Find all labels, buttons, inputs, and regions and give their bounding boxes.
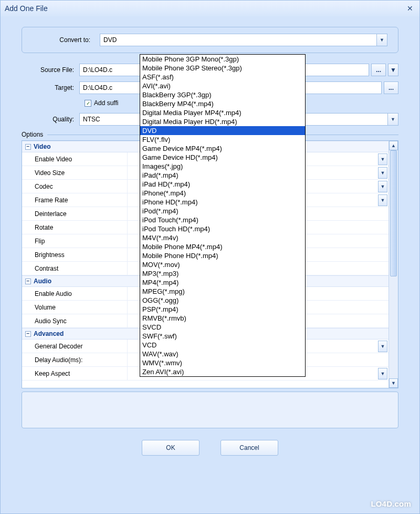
collapse-icon[interactable]: − — [25, 279, 31, 284]
dropdown-option[interactable]: WMV(*.wmv) — [140, 358, 305, 367]
property-name: Codec — [22, 183, 127, 190]
watermark: LO4D.com — [371, 499, 411, 508]
property-name: Audio Sync — [22, 317, 127, 325]
dropdown-option[interactable]: ASF(*.asf) — [140, 73, 305, 81]
dropdown-option[interactable]: VCD — [140, 341, 305, 349]
source-dropdown-button[interactable]: ▼ — [388, 64, 398, 76]
property-name: Frame Rate — [22, 197, 127, 204]
convert-frame: Convert to: DVD ▼ — [22, 27, 398, 53]
chevron-down-icon[interactable]: ▼ — [378, 181, 387, 192]
dropdown-option[interactable]: SVCD — [140, 323, 305, 332]
collapse-icon[interactable]: − — [25, 144, 31, 150]
dropdown-option[interactable]: MP3(*.mp3) — [140, 269, 305, 278]
category-label: Audio — [34, 277, 51, 285]
dropdown-option[interactable]: MP4(*.mp4) — [140, 278, 305, 287]
property-name: Keep Aspect — [22, 370, 127, 377]
dropdown-option[interactable]: Digital Media Player HD(*.mp4) — [140, 117, 305, 126]
target-browse-button[interactable]: ... — [384, 81, 398, 94]
convert-to-value: DVD — [100, 36, 376, 44]
dropdown-option[interactable]: Mobile Phone 3GP Mono(*.3gp) — [140, 55, 305, 64]
dropdown-option[interactable]: MPEG(*.mpg) — [140, 287, 305, 296]
options-label: Options — [22, 131, 43, 138]
titlebar: Add One File ✕ — [1, 1, 419, 16]
dropdown-option[interactable]: MOV(*.mov) — [140, 260, 305, 269]
property-name: Volume — [22, 304, 127, 311]
chevron-down-icon[interactable]: ▼ — [378, 153, 387, 165]
category-label: Advanced — [34, 330, 64, 337]
dropdown-option[interactable]: Mobile Phone 3GP Stereo(*.3gp) — [140, 64, 305, 73]
chevron-down-icon[interactable]: ▼ — [378, 167, 387, 179]
dropdown-option[interactable]: Digital Media Player MP4(*.mp4) — [140, 108, 305, 117]
dropdown-option[interactable]: iPod Touch HD(*.mp4) — [140, 224, 305, 233]
dropdown-option[interactable]: AVI(*.avi) — [140, 81, 305, 90]
description-panel — [22, 392, 398, 428]
property-name: Brightness — [22, 251, 127, 259]
dropdown-option[interactable]: Game Device HD(*.mp4) — [140, 153, 305, 162]
dropdown-option[interactable]: Zen AVI(*.avi) — [140, 367, 305, 376]
cancel-button[interactable]: Cancel — [220, 440, 278, 456]
chevron-down-icon[interactable]: ▼ — [378, 194, 387, 206]
dropdown-option[interactable]: WAV(*.wav) — [140, 349, 305, 358]
property-name: General Decoder — [22, 343, 127, 350]
quality-label: Quality: — [22, 116, 79, 123]
dropdown-option[interactable]: Game Device MP4(*.mp4) — [140, 144, 305, 153]
dropdown-option[interactable]: BlackBerry MP4(*.mp4) — [140, 99, 305, 108]
dropdown-option[interactable]: iPod(*.mp4) — [140, 207, 305, 215]
dropdown-option[interactable]: OGG(*.ogg) — [140, 296, 305, 305]
dialog-window: Add One File ✕ Convert to: DVD ▼ Source … — [0, 0, 420, 514]
convert-to-dropdown-list[interactable]: Mobile Phone 3GP Mono(*.3gp)Mobile Phone… — [140, 54, 306, 377]
dropdown-option[interactable]: DVD — [140, 126, 305, 135]
property-name: Contrast — [22, 265, 127, 272]
dropdown-option[interactable]: BlackBerry 3GP(*.3gp) — [140, 90, 305, 99]
dropdown-option[interactable]: PSP(*.mp4) — [140, 305, 305, 314]
property-name: Rotate — [22, 224, 127, 231]
convert-to-label: Convert to: — [33, 36, 90, 44]
button-row: OK Cancel — [22, 440, 398, 456]
chevron-down-icon[interactable]: ▼ — [387, 114, 398, 125]
source-browse-button[interactable]: ... — [371, 64, 386, 76]
property-name: Deinterlace — [22, 210, 127, 218]
dropdown-option[interactable]: SWF(*.swf) — [140, 332, 305, 341]
chevron-down-icon[interactable]: ▼ — [378, 341, 387, 352]
property-name: Video Size — [22, 169, 127, 177]
scroll-up-icon[interactable]: ▲ — [389, 141, 398, 150]
dropdown-option[interactable]: iPhone(*.mp4) — [140, 189, 305, 198]
dropdown-option[interactable]: iPad(*.mp4) — [140, 171, 305, 180]
target-label: Target: — [22, 84, 79, 91]
source-file-label: Source File: — [22, 66, 79, 74]
ok-label: OK — [166, 444, 175, 451]
suffix-checkbox[interactable]: ✓ — [85, 100, 91, 107]
dropdown-option[interactable]: iPod Touch(*.mp4) — [140, 215, 305, 224]
scroll-down-icon[interactable]: ▼ — [389, 378, 398, 388]
category-label: Video — [34, 143, 50, 150]
ok-button[interactable]: OK — [142, 440, 200, 456]
close-icon[interactable]: ✕ — [405, 4, 415, 13]
dropdown-option[interactable]: M4V(*.m4v) — [140, 233, 305, 242]
dropdown-option[interactable]: RMVB(*.rmvb) — [140, 314, 305, 323]
property-name: Delay Audio(ms): — [22, 356, 127, 364]
collapse-icon[interactable]: − — [25, 331, 31, 337]
dropdown-option[interactable]: iPad HD(*.mp4) — [140, 180, 305, 189]
dropdown-option[interactable]: Mobile Phone MP4(*.mp4) — [140, 242, 305, 251]
cancel-label: Cancel — [239, 444, 259, 451]
dropdown-option[interactable]: Mobile Phone HD(*.mp4) — [140, 251, 305, 260]
chevron-down-icon[interactable]: ▼ — [376, 34, 387, 46]
scrollbar[interactable]: ▲ ▼ — [388, 141, 398, 388]
window-title: Add One File — [5, 4, 48, 13]
dropdown-option[interactable]: Images(*.jpg) — [140, 162, 305, 171]
dropdown-option[interactable]: iPhone HD(*.mp4) — [140, 198, 305, 207]
chevron-down-icon[interactable]: ▼ — [378, 368, 387, 379]
convert-to-combo[interactable]: DVD ▼ — [100, 34, 387, 46]
property-name: Enable Audio — [22, 290, 127, 297]
property-name: Enable Video — [22, 156, 127, 163]
scroll-thumb[interactable] — [390, 150, 397, 276]
suffix-label: Add suffi — [94, 99, 118, 107]
property-name: Flip — [22, 238, 127, 245]
dropdown-option[interactable]: FLV(*.flv) — [140, 135, 305, 144]
